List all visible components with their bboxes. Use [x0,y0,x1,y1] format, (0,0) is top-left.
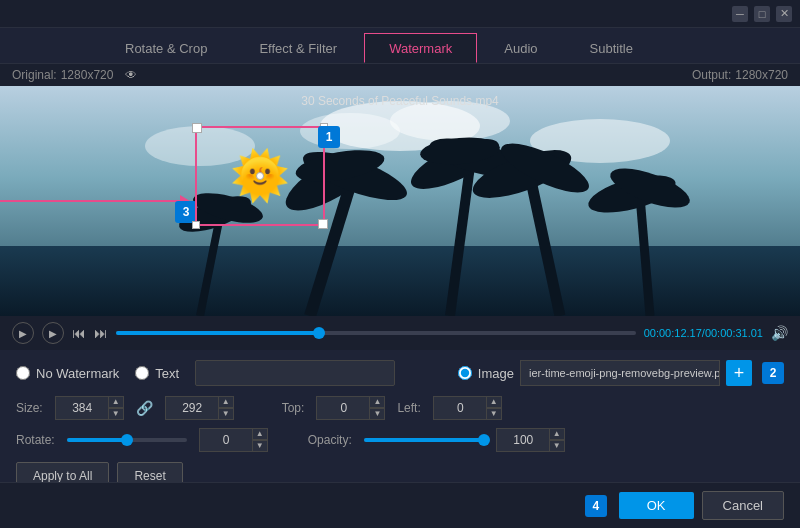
maximize-button[interactable]: □ [754,6,770,22]
opacity-fill [364,438,484,442]
height-up[interactable]: ▲ [218,396,234,408]
left-down[interactable]: ▼ [486,408,502,420]
tab-watermark[interactable]: Watermark [364,33,477,63]
opacity-spinner: ▲ ▼ [549,428,565,452]
image-radio[interactable] [458,366,472,380]
opacity-value-input[interactable] [496,428,551,452]
opacity-slider[interactable] [364,438,484,442]
minimize-button[interactable]: ─ [732,6,748,22]
wm-handle-bl[interactable] [192,221,200,229]
top-label: Top: [282,401,305,415]
wm-handle-center[interactable] [256,172,264,180]
next-button[interactable]: ⏭ [94,325,108,341]
original-res: 1280x720 [61,68,114,82]
progress-thumb[interactable] [313,327,325,339]
no-watermark-radio[interactable] [16,366,30,380]
opacity-down[interactable]: ▼ [549,440,565,452]
add-image-button[interactable]: + [726,360,752,386]
opacity-thumb[interactable] [478,434,490,446]
close-button[interactable]: ✕ [776,6,792,22]
opacity-value-group: ▲ ▼ [496,428,565,452]
image-group: Image ier-time-emoji-png-removebg-previe… [458,360,784,386]
arrow-annotation [0,195,190,207]
cancel-button[interactable]: Cancel [702,491,784,520]
progress-track[interactable] [116,331,636,335]
left-group: ▲ ▼ [433,396,502,420]
text-group: Text [135,366,179,381]
width-input[interactable] [55,396,110,420]
prev-button[interactable]: ⏮ [72,325,86,341]
rotate-label: Rotate: [16,433,55,447]
width-up[interactable]: ▲ [108,396,124,408]
badge-3: 3 [175,201,197,223]
rotate-value-group: ▲ ▼ [199,428,268,452]
playback-bar: ▶ ▶ ⏮ ⏭ 00:00:12.17/00:00:31.01 🔊 [0,316,800,350]
tab-rotate-crop[interactable]: Rotate & Crop [100,33,232,63]
progress-fill [116,331,319,335]
left-label: Left: [397,401,420,415]
rotate-down[interactable]: ▼ [252,440,268,452]
play-button[interactable]: ▶ [12,322,34,344]
footer: 4 OK Cancel [0,482,800,528]
opacity-up[interactable]: ▲ [549,428,565,440]
left-spinner: ▲ ▼ [486,396,502,420]
controls-panel: No Watermark Text Image ier-time-emoji-p… [0,350,800,500]
left-input[interactable] [433,396,488,420]
no-watermark-label: No Watermark [36,366,119,381]
video-title-overlay: 30 Seconds of Peaceful Sounds.mp4 [301,94,498,108]
opacity-label: Opacity: [308,433,352,447]
height-down[interactable]: ▼ [218,408,234,420]
rotate-spinner: ▲ ▼ [252,428,268,452]
eye-icon[interactable]: 👁 [125,68,137,82]
top-down[interactable]: ▼ [369,408,385,420]
badge-4: 4 [585,495,607,517]
play-alt-button[interactable]: ▶ [42,322,64,344]
left-up[interactable]: ▲ [486,396,502,408]
output-label: Output: [692,68,731,82]
info-bar: Original: 1280x720 👁 Output: 1280x720 [0,64,800,86]
video-area: 30 Seconds of Peaceful Sounds.mp4 3 🌞 1 [0,86,800,316]
rotate-fill [67,438,127,442]
slider-row: Rotate: ▲ ▼ Opacity: ▲ ▼ [16,428,784,452]
tab-effect-filter[interactable]: Effect & Filter [234,33,362,63]
width-down[interactable]: ▼ [108,408,124,420]
rotate-value-input[interactable] [199,428,254,452]
volume-icon[interactable]: 🔊 [771,325,788,341]
image-radio-group: Image [458,366,514,381]
badge-2: 2 [762,362,784,384]
svg-rect-6 [0,246,800,316]
no-watermark-group: No Watermark [16,366,119,381]
original-label: Original: [12,68,57,82]
height-spinner: ▲ ▼ [218,396,234,420]
watermark-box[interactable]: 🌞 [195,126,325,226]
rotate-thumb[interactable] [121,434,133,446]
height-group: ▲ ▼ [165,396,234,420]
arrow-line [0,200,180,202]
tab-subtitle[interactable]: Subtitle [565,33,658,63]
top-input[interactable] [316,396,371,420]
width-group: ▲ ▼ [55,396,124,420]
title-bar: ─ □ ✕ [0,0,800,28]
link-icon[interactable]: 🔗 [136,400,153,416]
width-spinner: ▲ ▼ [108,396,124,420]
rotate-up[interactable]: ▲ [252,428,268,440]
tab-audio[interactable]: Audio [479,33,562,63]
top-spinner: ▲ ▼ [369,396,385,420]
rotate-slider[interactable] [67,438,187,442]
text-radio[interactable] [135,366,149,380]
time-display: 00:00:12.17/00:00:31.01 [644,327,763,339]
size-params-row: Size: ▲ ▼ 🔗 ▲ ▼ Top: ▲ ▼ Left: [16,396,784,420]
ok-button[interactable]: OK [619,492,694,519]
tabs-bar: Rotate & Crop Effect & Filter Watermark … [0,28,800,64]
text-input[interactable] [195,360,395,386]
watermark-type-row: No Watermark Text Image ier-time-emoji-p… [16,360,784,386]
text-label: Text [155,366,179,381]
image-filename: ier-time-emoji-png-removebg-preview.png [520,360,720,386]
top-group: ▲ ▼ [316,396,385,420]
height-input[interactable] [165,396,220,420]
badge-1: 1 [318,126,340,148]
image-label: Image [478,366,514,381]
size-label: Size: [16,401,43,415]
title-bar-controls: ─ □ ✕ [732,6,792,22]
top-up[interactable]: ▲ [369,396,385,408]
